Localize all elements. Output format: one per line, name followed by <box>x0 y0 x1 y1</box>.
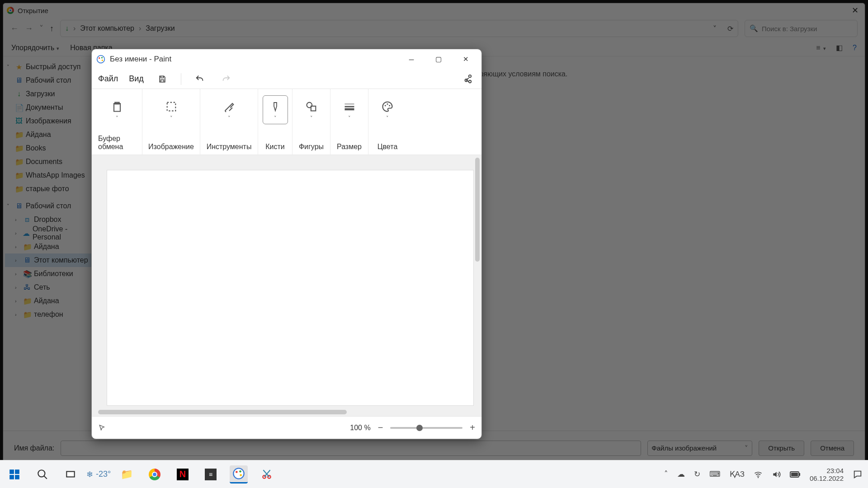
svg-point-17 <box>233 468 244 479</box>
chevron-down-icon: ˅ <box>170 115 173 121</box>
svg-rect-4 <box>167 102 175 111</box>
snipping-taskbar-icon[interactable] <box>258 465 276 483</box>
chevron-down-icon: ˅ <box>386 115 389 121</box>
svg-rect-12 <box>9 475 14 479</box>
svg-point-2 <box>101 57 103 58</box>
svg-point-23 <box>758 477 759 478</box>
tools-icon <box>222 99 237 114</box>
paint-titlebar[interactable]: Без имени - Paint ─ ▢ ✕ <box>92 49 481 69</box>
paint-window: Без имени - Paint ─ ▢ ✕ Файл Вид ˅ Буфер… <box>91 49 482 439</box>
palette-icon <box>380 99 395 114</box>
svg-point-0 <box>97 56 105 63</box>
explorer-taskbar-icon[interactable]: 📁 <box>118 465 136 483</box>
snow-icon: ❄ <box>86 469 93 479</box>
search-button[interactable] <box>33 465 52 483</box>
ribbon-image[interactable]: ˅ Изображение <box>142 89 200 155</box>
redo-icon[interactable] <box>218 71 234 87</box>
app-taskbar-icon[interactable]: ≡ <box>202 465 220 483</box>
svg-point-8 <box>387 103 388 104</box>
cursor-icon <box>98 424 105 432</box>
weather-temp: -23° <box>96 469 111 479</box>
svg-point-14 <box>38 470 45 477</box>
ribbon-label: Размер <box>337 140 362 151</box>
horizontal-scrollbar[interactable] <box>98 410 347 414</box>
language-indicator[interactable]: ҚАЗ <box>730 469 745 479</box>
close-button[interactable]: ✕ <box>454 51 477 67</box>
minimize-button[interactable]: ─ <box>400 51 423 67</box>
svg-rect-26 <box>799 473 800 476</box>
paint-title-text: Без имени - Paint <box>110 55 171 64</box>
chevron-down-icon: ˅ <box>310 115 313 121</box>
system-tray: ˄ ☁ ↻ ⌨ ҚАЗ 23:04 06.12.2022 <box>664 467 863 482</box>
stroke-size-icon <box>342 99 357 114</box>
ribbon-colors[interactable]: ˅ Цвета <box>368 89 406 155</box>
onedrive-tray-icon[interactable]: ☁ <box>677 469 685 479</box>
paint-taskbar-icon[interactable] <box>230 465 248 483</box>
undo-icon[interactable] <box>192 71 208 87</box>
svg-point-20 <box>240 474 242 476</box>
menu-file[interactable]: Файл <box>98 74 118 84</box>
svg-rect-25 <box>791 473 798 476</box>
svg-point-9 <box>389 105 390 106</box>
paint-app-icon <box>96 55 105 64</box>
task-view-button[interactable] <box>61 465 80 483</box>
clock[interactable]: 23:04 06.12.2022 <box>810 467 844 482</box>
volume-icon[interactable] <box>772 470 781 479</box>
chevron-down-icon: ˅ <box>228 115 231 121</box>
ribbon-size[interactable]: ˅ Размер <box>330 89 368 155</box>
maximize-button[interactable]: ▢ <box>427 51 450 67</box>
zoom-in-button[interactable]: + <box>470 422 475 433</box>
weather-widget[interactable]: ❄-23° <box>90 465 108 483</box>
sync-tray-icon[interactable]: ↻ <box>694 469 700 479</box>
chevron-down-icon: ˅ <box>348 115 351 121</box>
taskbar-left: ❄-23° 📁 N ≡ <box>5 465 276 483</box>
ribbon-clipboard[interactable]: ˅ Буфер обмена <box>92 89 142 155</box>
ribbon-label: Изображение <box>148 140 194 151</box>
ribbon-tools[interactable]: ˅ Инструменты <box>200 89 258 155</box>
save-icon[interactable] <box>155 71 170 87</box>
clock-date: 06.12.2022 <box>810 474 844 482</box>
toolbar-separator <box>181 73 181 85</box>
ribbon-label: Инструменты <box>207 140 252 151</box>
ribbon-label: Буфер обмена <box>98 132 136 151</box>
ribbon-brushes[interactable]: ˅ Кисти <box>258 89 292 155</box>
svg-point-1 <box>99 57 100 59</box>
svg-rect-13 <box>15 475 19 479</box>
ribbon-shapes[interactable]: ˅ Фигуры <box>292 89 330 155</box>
zoom-slider-thumb[interactable] <box>416 425 423 431</box>
battery-icon[interactable] <box>790 471 801 478</box>
start-button[interactable] <box>5 465 24 483</box>
paint-menubar: Файл Вид <box>92 69 481 89</box>
canvas[interactable] <box>107 170 473 405</box>
zoom-label: 100 % <box>350 424 370 432</box>
clipboard-icon <box>109 99 125 114</box>
chevron-down-icon: ˅ <box>116 115 118 121</box>
svg-rect-11 <box>15 469 19 474</box>
menu-view[interactable]: Вид <box>129 74 144 84</box>
taskbar: ❄-23° 📁 N ≡ ˄ ☁ ↻ ⌨ ҚАЗ 23:04 06.12.2022 <box>0 460 868 488</box>
clock-time: 23:04 <box>810 467 844 474</box>
svg-point-7 <box>385 105 386 106</box>
svg-point-19 <box>239 470 241 473</box>
vertical-scrollbar[interactable] <box>475 158 480 262</box>
svg-point-18 <box>236 471 238 473</box>
zoom-out-button[interactable]: − <box>378 422 383 433</box>
tray-overflow-icon[interactable]: ˄ <box>664 469 668 479</box>
chevron-down-icon: ˅ <box>274 115 277 121</box>
paint-canvas-area[interactable] <box>92 155 481 416</box>
select-icon <box>164 99 179 114</box>
chrome-taskbar-icon[interactable] <box>146 465 164 483</box>
notifications-icon[interactable] <box>853 469 863 479</box>
brush-icon <box>268 99 283 114</box>
netflix-taskbar-icon[interactable]: N <box>174 465 192 483</box>
keyboard-tray-icon[interactable]: ⌨ <box>709 469 721 479</box>
ribbon-label: Цвета <box>377 140 398 151</box>
svg-rect-10 <box>9 469 14 474</box>
svg-point-3 <box>102 60 103 61</box>
zoom-slider[interactable] <box>390 427 462 429</box>
shapes-icon <box>304 99 319 114</box>
share-icon[interactable] <box>460 71 475 87</box>
ribbon-label: Фигуры <box>299 140 324 151</box>
paint-statusbar: 100 % − + <box>92 416 481 439</box>
wifi-icon[interactable] <box>754 470 763 479</box>
